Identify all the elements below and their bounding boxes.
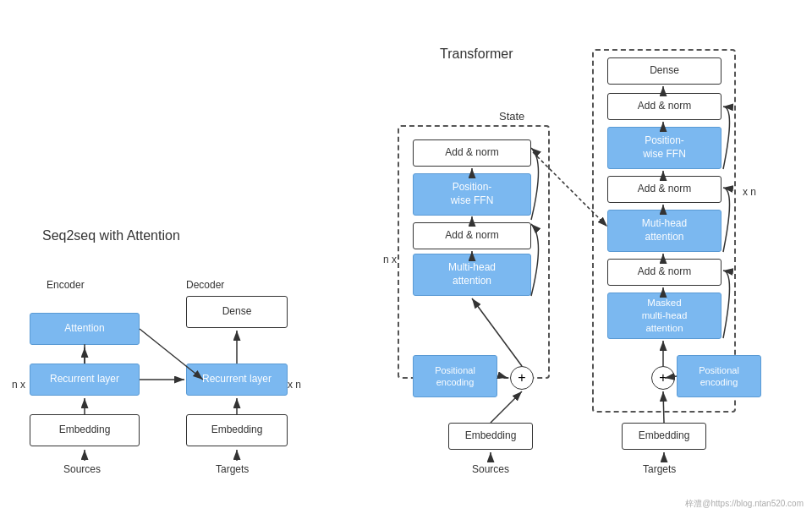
embedding-enc-box: Embedding xyxy=(30,414,140,446)
dec-plus: + xyxy=(651,366,675,390)
enc-embedding: Embedding xyxy=(448,423,533,450)
diagram-container: Seq2seq with Attention Encoder Decoder n… xyxy=(0,0,812,514)
enc-pos-encoding: Positional encoding xyxy=(413,355,497,397)
dec-targets: Targets xyxy=(643,463,676,475)
sources-label: Sources xyxy=(63,463,101,475)
targets-label: Targets xyxy=(216,463,249,475)
seq2seq-xn: x n xyxy=(288,379,301,391)
enc-pos-ffn: Position- wise FFN xyxy=(413,173,531,216)
recurrent-dec-box: Recurrent layer xyxy=(186,364,288,396)
dec-add-norm-1: Add & norm xyxy=(607,259,721,286)
attention-box: Attention xyxy=(30,313,140,345)
watermark: 梓澧@https://blog.ntan520.com xyxy=(685,498,804,510)
enc-plus: + xyxy=(510,366,534,390)
enc-multi-head: Multi-head attention xyxy=(413,254,531,296)
transformer-nx: n x xyxy=(383,254,397,265)
enc-sources: Sources xyxy=(472,463,509,475)
state-label: State xyxy=(499,110,524,123)
enc-add-norm-top: Add & norm xyxy=(413,139,531,167)
dec-add-norm-2: Add & norm xyxy=(607,176,721,203)
dec-add-norm-top: Add & norm xyxy=(607,93,721,120)
transformer-xn: x n xyxy=(743,186,756,198)
dec-embedding: Embedding xyxy=(622,423,706,450)
recurrent-enc-box: Recurrent layer xyxy=(30,364,140,396)
seq2seq-nx: n x xyxy=(12,379,25,391)
encoder-label: Encoder xyxy=(47,279,85,291)
enc-add-norm-mid: Add & norm xyxy=(413,222,531,249)
dec-pos-ffn: Position- wise FFN xyxy=(607,127,721,169)
dec-dense: Dense xyxy=(607,57,721,85)
dec-multi-head: Muti-head attention xyxy=(607,210,721,252)
embedding-dec-box: Embedding xyxy=(186,414,288,446)
transformer-title: Transformer xyxy=(440,46,513,62)
dec-pos-encoding: Positional encoding xyxy=(677,355,761,397)
dense-dec-box: Dense xyxy=(186,296,288,328)
decoder-label: Decoder xyxy=(186,279,224,291)
dec-masked-mha: Masked multi-head attention xyxy=(607,293,721,339)
seq2seq-title: Seq2seq with Attention xyxy=(42,228,180,243)
